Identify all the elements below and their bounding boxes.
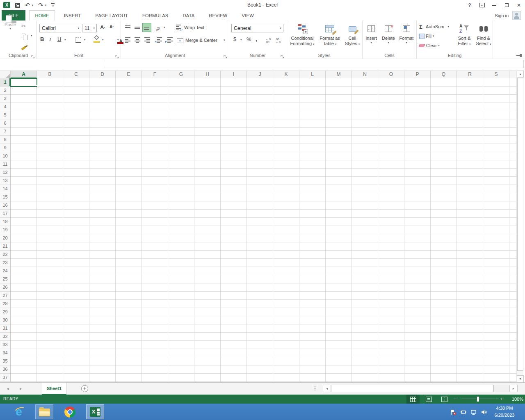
row-header-24[interactable]: 24 bbox=[0, 267, 10, 275]
row-header-12[interactable]: 12 bbox=[0, 169, 10, 177]
row-header-14[interactable]: 14 bbox=[0, 185, 10, 193]
cell-styles-button[interactable]: Cell Styles▾ bbox=[343, 22, 362, 58]
font-size-combo[interactable]: 11▾ bbox=[82, 24, 97, 32]
merge-center-icon[interactable] bbox=[177, 37, 183, 45]
selected-cell-A1[interactable] bbox=[10, 78, 37, 87]
tab-file[interactable]: FILE bbox=[2, 10, 25, 21]
column-header-I[interactable]: I bbox=[221, 71, 247, 78]
zoom-level[interactable]: 100% bbox=[508, 395, 523, 404]
row-header-8[interactable]: 8 bbox=[0, 136, 10, 144]
row-header-5[interactable]: 5 bbox=[0, 111, 10, 119]
row-header-33[interactable]: 33 bbox=[0, 341, 10, 349]
row-header-27[interactable]: 27 bbox=[0, 292, 10, 300]
horizontal-scroll-thumb[interactable] bbox=[331, 385, 494, 392]
orientation-icon[interactable]: ab bbox=[155, 25, 160, 32]
column-header-C[interactable]: C bbox=[63, 71, 89, 78]
restore-icon[interactable] bbox=[500, 0, 513, 10]
taskbar-chrome-icon[interactable] bbox=[61, 404, 79, 419]
tab-data[interactable]: DATA bbox=[177, 10, 200, 21]
comma-style-icon[interactable]: , bbox=[256, 36, 257, 42]
row-header-35[interactable]: 35 bbox=[0, 357, 10, 365]
alignment-dialog-launcher-icon[interactable] bbox=[224, 53, 228, 57]
taskbar-internet-explorer-icon[interactable]: e bbox=[10, 404, 28, 419]
cells-area[interactable] bbox=[11, 78, 516, 382]
help-icon[interactable]: ? bbox=[463, 0, 476, 10]
font-dialog-launcher-icon[interactable] bbox=[115, 53, 119, 57]
fill-color-dropdown-icon[interactable]: ▾ bbox=[102, 38, 104, 41]
row-header-11[interactable]: 11 bbox=[0, 160, 10, 169]
scroll-right-icon[interactable]: ► bbox=[509, 385, 518, 392]
row-header-36[interactable]: 36 bbox=[0, 365, 10, 374]
number-dialog-launcher-icon[interactable] bbox=[281, 53, 285, 57]
row-header-19[interactable]: 19 bbox=[0, 226, 10, 234]
orientation-dropdown-icon[interactable]: ▾ bbox=[164, 26, 165, 29]
accounting-format-icon[interactable]: $ bbox=[233, 36, 236, 42]
network-icon[interactable] bbox=[470, 409, 477, 415]
row-header-30[interactable]: 30 bbox=[0, 316, 10, 324]
column-header-S[interactable]: S bbox=[483, 71, 509, 78]
taskbar-clock[interactable]: 4:38 PM 6/20/2023 bbox=[488, 405, 521, 419]
row-header-2[interactable]: 2 bbox=[0, 87, 10, 95]
column-header-O[interactable]: O bbox=[378, 71, 404, 78]
italic-icon[interactable]: I bbox=[49, 36, 51, 43]
zoom-in-icon[interactable]: + bbox=[500, 395, 503, 404]
row-header-37[interactable]: 37 bbox=[0, 374, 10, 382]
name-box[interactable] bbox=[0, 60, 103, 68]
align-right-icon[interactable] bbox=[142, 35, 151, 44]
ribbon-display-options-icon[interactable]: ▴ bbox=[476, 0, 488, 10]
sign-in[interactable]: Sign in bbox=[495, 11, 521, 20]
wrap-text-button[interactable]: ↩ bbox=[176, 24, 182, 31]
column-header-E[interactable]: E bbox=[116, 71, 142, 78]
sheet-tab-sheet1[interactable]: Sheet1 bbox=[42, 383, 66, 395]
row-header-4[interactable]: 4 bbox=[0, 103, 10, 111]
row-header-34[interactable]: 34 bbox=[0, 349, 10, 357]
action-center-flag-icon[interactable] bbox=[450, 409, 457, 415]
column-header-F[interactable]: F bbox=[142, 71, 168, 78]
number-format-combo[interactable]: General▾ bbox=[231, 24, 283, 32]
tab-formulas[interactable]: FORMULAS bbox=[137, 10, 174, 21]
format-cells-button[interactable]: ↔ Format ▾ bbox=[398, 22, 415, 58]
paste-button[interactable]: Paste ▾ bbox=[2, 22, 19, 57]
percent-style-icon[interactable]: % bbox=[247, 36, 251, 42]
row-header-23[interactable]: 23 bbox=[0, 259, 10, 267]
merge-center-dropdown-icon[interactable]: ▾ bbox=[224, 39, 225, 42]
row-header-3[interactable]: 3 bbox=[0, 95, 10, 103]
row-header-28[interactable]: 28 bbox=[0, 300, 10, 308]
row-header-10[interactable]: 10 bbox=[0, 152, 10, 160]
tab-scrollbar-splitter[interactable] bbox=[315, 386, 315, 387]
increase-font-size-icon[interactable]: A▴ bbox=[100, 24, 105, 30]
column-header-K[interactable]: K bbox=[273, 71, 299, 78]
page-layout-view-button[interactable] bbox=[422, 395, 435, 404]
column-header-J[interactable]: J bbox=[247, 71, 273, 78]
middle-align-icon[interactable] bbox=[133, 23, 142, 32]
decrease-indent-icon[interactable]: ◂ bbox=[155, 37, 162, 44]
row-header-21[interactable]: 21 bbox=[0, 242, 10, 251]
row-header-13[interactable]: 13 bbox=[0, 177, 10, 185]
conditional-formatting-button[interactable]: ≠ Conditional Formatting▾ bbox=[288, 22, 317, 58]
tab-page-layout[interactable]: PAGE LAYOUT bbox=[90, 10, 133, 21]
row-header-29[interactable]: 29 bbox=[0, 308, 10, 316]
format-as-table-button[interactable]: Format as Table▾ bbox=[317, 22, 342, 58]
fill-color-icon[interactable] bbox=[94, 36, 100, 43]
column-header-R[interactable]: R bbox=[457, 71, 483, 78]
column-header-N[interactable]: N bbox=[352, 71, 378, 78]
accounting-format-dropdown-icon[interactable]: ▾ bbox=[240, 38, 242, 41]
new-sheet-icon[interactable]: + bbox=[81, 385, 88, 392]
scroll-down-icon[interactable]: ▼ bbox=[517, 375, 524, 382]
underline-dropdown-icon[interactable]: ▾ bbox=[64, 38, 66, 41]
format-painter-icon[interactable] bbox=[21, 43, 26, 51]
top-align-icon[interactable] bbox=[123, 23, 132, 32]
row-header-22[interactable]: 22 bbox=[0, 251, 10, 259]
column-header-M[interactable]: M bbox=[326, 71, 352, 78]
horizontal-scrollbar[interactable]: ◄ ► bbox=[323, 385, 518, 392]
copy-icon[interactable] bbox=[22, 32, 25, 40]
delete-cells-button[interactable]: ✕ Delete ▾ bbox=[381, 22, 396, 58]
clear-button[interactable]: Clear ▾ bbox=[419, 41, 440, 50]
row-header-18[interactable]: 18 bbox=[0, 218, 10, 226]
row-header-1[interactable]: 1 bbox=[0, 78, 10, 87]
fill-handle[interactable] bbox=[36, 85, 38, 87]
select-all-corner[interactable] bbox=[0, 71, 11, 78]
row-header-31[interactable]: 31 bbox=[0, 324, 10, 333]
bottom-align-icon[interactable] bbox=[142, 23, 151, 32]
column-header-Q[interactable]: Q bbox=[431, 71, 457, 78]
